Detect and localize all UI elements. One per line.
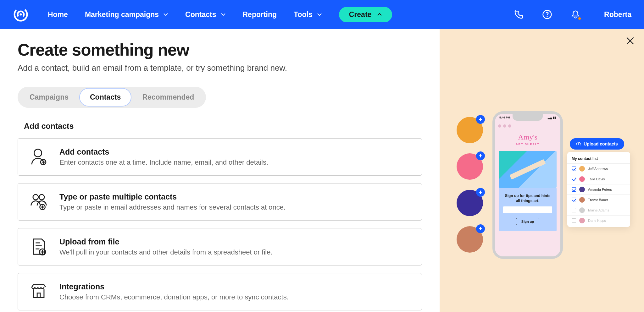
illustration: ++++ 5:46 PM ▂▄ ▮▮ Amy's ART SUPPLY Sign…: [457, 111, 631, 312]
checkbox-icon: [572, 198, 576, 202]
nav-reporting-label: Reporting: [243, 10, 277, 19]
top-navbar: Home Marketing campaigns Contacts Report…: [0, 0, 644, 29]
phone-signup-button: Sign up: [516, 218, 539, 225]
phone-banner-input: [503, 206, 552, 213]
nav-campaigns-label: Marketing campaigns: [85, 10, 159, 19]
cloud-upload-icon: [576, 141, 581, 146]
page-title: Create something new: [18, 40, 422, 59]
phone-brand: Amy's ART SUPPLY: [495, 133, 560, 146]
help-icon[interactable]: [542, 9, 552, 20]
avatar: +: [457, 117, 483, 143]
phone-brand-line1: Amy's: [495, 133, 560, 141]
contact-list-title: My contact list: [567, 156, 630, 163]
contact-avatar: [579, 207, 585, 213]
tab-campaigns[interactable]: Campaigns: [19, 88, 79, 107]
chevron-down-icon: [221, 12, 226, 17]
contact-avatar: [579, 187, 585, 192]
avatar-add-badge: +: [476, 115, 485, 124]
card-multi-title: Type or paste multiple contacts: [59, 192, 286, 201]
person-add-icon: [29, 147, 48, 166]
card-multi-contacts[interactable]: Type or paste multiple contacts Type or …: [18, 183, 422, 221]
card-upload-desc: We'll pull in your contacts and other de…: [59, 248, 273, 256]
avatar: +: [457, 226, 483, 253]
card-add-contacts-desc: Enter contacts one at a time. Include na…: [59, 158, 268, 167]
contact-avatar: [579, 176, 585, 182]
chevron-down-icon: [317, 12, 322, 17]
card-add-contacts[interactable]: Add contacts Enter contacts one at a tim…: [18, 138, 422, 176]
contact-row: Dane Kipps: [567, 215, 630, 226]
create-button[interactable]: Create: [339, 7, 392, 22]
card-upload-file[interactable]: Upload from file We'll pull in your cont…: [18, 228, 422, 265]
phone-statusbar: 5:46 PM ▂▄ ▮▮: [499, 116, 556, 119]
nav-marketing-campaigns[interactable]: Marketing campaigns: [85, 10, 168, 19]
user-menu[interactable]: Roberta: [604, 10, 631, 19]
svg-point-7: [33, 194, 38, 200]
card-multi-desc: Type or paste in email addresses and nam…: [59, 203, 286, 211]
card-integrations[interactable]: Integrations Choose from CRMs, ecommerce…: [18, 273, 422, 310]
tab-recommended-label: Recommended: [142, 93, 194, 101]
left-content: Create something new Add a contact, buil…: [0, 29, 440, 312]
avatar-add-badge: +: [476, 188, 485, 197]
contact-avatar: [579, 218, 585, 223]
nav-tools[interactable]: Tools: [294, 10, 322, 19]
upload-contacts-button[interactable]: Upload contacts: [570, 138, 624, 150]
card-upload-title: Upload from file: [59, 237, 273, 246]
phone-hero-image: [499, 151, 557, 188]
card-list: Add contacts Enter contacts one at a tim…: [18, 138, 422, 310]
nav-utility-icons: Roberta: [514, 9, 631, 20]
phone-brand-line2: ART SUPPLY: [516, 143, 540, 146]
contact-name: Talia Davis: [588, 177, 605, 181]
svg-point-4: [547, 16, 547, 17]
checkbox-icon: [572, 177, 576, 181]
contact-avatar: [579, 197, 585, 203]
svg-point-5: [34, 149, 42, 157]
tab-recommended[interactable]: Recommended: [131, 88, 205, 107]
create-button-label: Create: [349, 10, 372, 19]
phone-browser-dots: [498, 124, 511, 128]
contact-name: Amanda Peters: [588, 188, 612, 191]
contact-list-card: My contact list Jeff AndrewsTalia DavisA…: [567, 152, 630, 227]
avatar-add-badge: +: [476, 224, 485, 233]
contact-row: Jeff Andrews: [567, 163, 630, 174]
close-button[interactable]: [624, 35, 636, 47]
people-add-icon: [29, 192, 48, 211]
phone-time: 5:46 PM: [499, 116, 510, 119]
avatar: +: [457, 190, 483, 216]
phone-banner: Sign up for tips and hints all things ar…: [499, 188, 557, 231]
brand-logo[interactable]: [13, 6, 29, 23]
checkbox-icon: [572, 208, 576, 212]
main-area: Create something new Add a contact, buil…: [0, 29, 644, 312]
contact-name: Dane Kipps: [588, 219, 606, 222]
tab-contacts-label: Contacts: [90, 93, 121, 101]
avatar: +: [457, 153, 483, 180]
card-add-contacts-title: Add contacts: [59, 147, 268, 156]
checkbox-icon: [572, 167, 576, 171]
checkbox-icon: [572, 218, 576, 223]
nav-contacts-label: Contacts: [185, 10, 216, 19]
contact-row: Elaine Adams: [567, 205, 630, 215]
notifications-icon[interactable]: [570, 9, 581, 20]
phone-mockup: 5:46 PM ▂▄ ▮▮ Amy's ART SUPPLY Sign up f…: [492, 111, 563, 259]
contact-row: Talia Davis: [567, 174, 630, 184]
nav-links: Home Marketing campaigns Contacts Report…: [48, 10, 322, 19]
avatar-column: ++++: [457, 117, 483, 253]
svg-point-2: [20, 14, 22, 16]
contact-row: Trevor Bauer: [567, 194, 630, 205]
contact-avatar: [579, 166, 585, 172]
card-integrations-desc: Choose from CRMs, ecommerce, donation ap…: [59, 293, 289, 301]
tab-contacts[interactable]: Contacts: [79, 88, 131, 107]
chevron-down-icon: [163, 12, 168, 17]
nav-home[interactable]: Home: [48, 10, 68, 19]
avatar-add-badge: +: [476, 151, 485, 160]
close-icon: [625, 36, 635, 46]
contact-row: Amanda Peters: [567, 184, 630, 194]
tab-bar: Campaigns Contacts Recommended: [18, 87, 206, 108]
right-panel: ++++ 5:46 PM ▂▄ ▮▮ Amy's ART SUPPLY Sign…: [440, 29, 644, 312]
nav-reporting[interactable]: Reporting: [243, 10, 277, 19]
phone-banner-text: Sign up for tips and hints all things ar…: [503, 194, 552, 203]
upload-contacts-label: Upload contacts: [584, 141, 618, 146]
contact-name: Trevor Bauer: [588, 198, 608, 202]
nav-contacts[interactable]: Contacts: [185, 10, 225, 19]
nav-tools-label: Tools: [294, 10, 313, 19]
phone-icon[interactable]: [514, 9, 524, 20]
